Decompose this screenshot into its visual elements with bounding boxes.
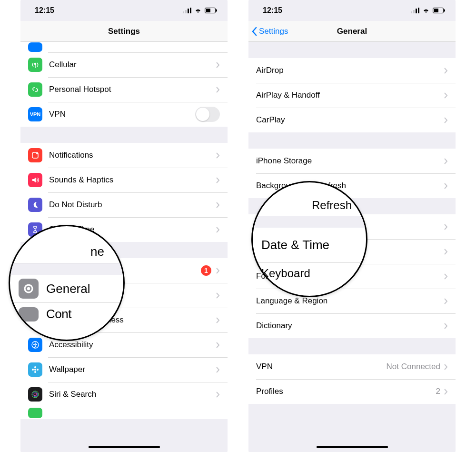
- chevron-right-icon: [216, 268, 220, 274]
- status-bar: 12:15: [248, 0, 456, 21]
- mag-above-fragment: Refresh: [312, 199, 352, 212]
- chevron-right-icon: [444, 158, 448, 164]
- svg-rect-31: [434, 9, 438, 12]
- back-button[interactable]: Settings: [248, 27, 288, 36]
- svg-point-7: [35, 63, 36, 65]
- general-row-profiles[interactable]: Profiles 2: [248, 379, 456, 404]
- svg-rect-1: [185, 10, 187, 13]
- settings-row-vpn[interactable]: VPN VPN: [20, 102, 228, 127]
- row-label: Siri & Search: [49, 390, 216, 399]
- row-label: Accessibility: [49, 340, 216, 350]
- chevron-right-icon: [216, 152, 220, 159]
- settings-row-dnd[interactable]: Do Not Disturb: [20, 192, 228, 217]
- vpn-icon: VPN: [28, 107, 42, 121]
- general-row-storage[interactable]: iPhone Storage: [248, 149, 456, 173]
- svg-point-23: [34, 393, 37, 396]
- settings-row-siri[interactable]: Siri & Search: [20, 382, 228, 407]
- svg-rect-0: [183, 11, 184, 13]
- row-label: Personal Hotspot: [49, 85, 216, 94]
- speaker-icon: [28, 173, 42, 187]
- settings-row-wallpaper[interactable]: Wallpaper: [20, 357, 228, 382]
- notification-badge: 1: [201, 265, 211, 276]
- chevron-right-icon: [216, 317, 220, 323]
- row-label: Notifications: [49, 151, 216, 160]
- row-label: AirDrop: [256, 66, 444, 75]
- row-label: Do Not Disturb: [49, 200, 216, 210]
- wifi-icon: [422, 8, 430, 13]
- group-separator: [248, 42, 456, 58]
- chevron-right-icon: [444, 183, 448, 189]
- chevron-right-icon: [444, 323, 448, 329]
- general-row-airplay[interactable]: AirPlay & Handoff: [248, 83, 456, 108]
- chevron-right-icon: [444, 68, 448, 74]
- chevron-right-icon: [216, 87, 220, 93]
- chevron-right-icon: [444, 364, 448, 370]
- home-indicator[interactable]: [317, 446, 388, 448]
- row-label: iPhone Storage: [256, 156, 444, 166]
- chevron-right-icon: [444, 298, 448, 304]
- chevron-right-icon: [444, 117, 448, 123]
- battery-icon: [205, 8, 217, 13]
- navbar: Settings: [20, 21, 228, 42]
- flower-icon: [28, 362, 42, 377]
- home-indicator[interactable]: [89, 446, 160, 448]
- magnifier-general: ne General Cont: [9, 225, 125, 341]
- settings-row-personal-hotspot[interactable]: Personal Hotspot: [20, 77, 228, 102]
- row-label: VPN: [256, 362, 387, 372]
- svg-point-20: [37, 369, 39, 371]
- chevron-right-icon: [216, 202, 220, 208]
- svg-rect-27: [413, 10, 415, 13]
- chevron-right-icon: [444, 389, 448, 395]
- settings-row-sounds[interactable]: Sounds & Haptics: [20, 168, 228, 192]
- svg-rect-6: [216, 10, 217, 12]
- chevron-right-icon: [444, 92, 448, 99]
- settings-row-cellular[interactable]: Cellular: [20, 52, 228, 77]
- page-title: Settings: [20, 27, 228, 36]
- mag-primary-label: Date & Time: [261, 238, 329, 252]
- general-row-airdrop[interactable]: AirDrop: [248, 58, 456, 83]
- row-label: Wallpaper: [49, 365, 216, 374]
- svg-point-18: [34, 371, 36, 373]
- svg-rect-32: [444, 10, 445, 12]
- mag-primary-label: General: [46, 281, 90, 296]
- mag-secondary-fragment: Cont: [46, 307, 71, 321]
- svg-rect-28: [416, 9, 417, 13]
- vpn-toggle[interactable]: [195, 107, 220, 122]
- antenna-icon: [28, 58, 42, 72]
- cellular-icon: [183, 8, 191, 13]
- general-row-language[interactable]: Language & Region: [248, 289, 456, 313]
- accessibility-icon: [28, 338, 42, 352]
- group-separator: [20, 127, 228, 143]
- settings-row-notifications[interactable]: Notifications: [20, 143, 228, 168]
- siri-icon: [28, 387, 42, 402]
- settings-row-partial-bottom[interactable]: [20, 407, 228, 419]
- phone-settings: 12:15 Settings Cellular Personal Hotspot…: [20, 0, 228, 452]
- row-detail: Not Connected: [387, 362, 440, 372]
- svg-rect-26: [411, 11, 412, 13]
- svg-rect-2: [188, 9, 189, 13]
- svg-point-19: [32, 369, 34, 371]
- svg-rect-3: [190, 8, 191, 13]
- svg-point-17: [34, 366, 36, 368]
- general-row-carplay[interactable]: CarPlay: [248, 108, 456, 132]
- row-label: Profiles: [256, 387, 436, 396]
- cellular-icon: [411, 8, 419, 13]
- chevron-left-icon: [251, 27, 257, 36]
- chevron-right-icon: [216, 292, 220, 299]
- general-row-dictionary[interactable]: Dictionary: [248, 313, 456, 338]
- svg-rect-5: [206, 9, 210, 12]
- switches-icon: [19, 307, 39, 321]
- status-time: 12:15: [35, 6, 54, 15]
- gear-icon: [19, 279, 39, 299]
- settings-row-partial[interactable]: [20, 42, 228, 52]
- status-indicators: [411, 8, 445, 13]
- status-time: 12:15: [263, 6, 282, 15]
- navbar: Settings General: [248, 21, 456, 42]
- general-row-vpn[interactable]: VPN Not Connected: [248, 354, 456, 379]
- chevron-right-icon: [216, 177, 220, 183]
- row-label: Sounds & Haptics: [49, 175, 216, 185]
- chevron-right-icon: [216, 392, 220, 398]
- row-icon: [28, 408, 42, 418]
- mag-below-fragment: Keyboard: [261, 267, 310, 280]
- group-separator: [248, 338, 456, 354]
